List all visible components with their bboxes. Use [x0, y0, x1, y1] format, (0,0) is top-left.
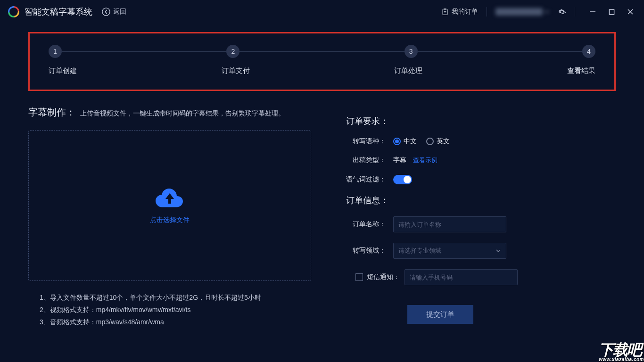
upload-dropzone[interactable]: 点击选择文件: [28, 130, 311, 281]
step-2-label: 订单支付: [222, 66, 250, 75]
watermark: 下载吧 www.xiazaiba.com: [599, 342, 644, 362]
domain-placeholder: 请选择专业领域: [398, 247, 441, 255]
output-type-value: 字幕: [393, 156, 406, 165]
filler-filter-toggle[interactable]: [393, 175, 412, 184]
cloud-upload-icon: [156, 187, 184, 209]
tip-1: 1、导入文件数量不超过10个，单个文件大小不超过2G，且时长不超过5小时: [40, 291, 311, 304]
language-chinese-label: 中文: [404, 137, 417, 146]
radio-icon: [393, 138, 401, 145]
svg-rect-6: [609, 9, 614, 14]
step-connector: [239, 51, 404, 52]
watermark-text: 下载吧: [599, 341, 641, 358]
upload-label[interactable]: 点击选择文件: [150, 216, 190, 224]
step-4-node: 4: [582, 45, 595, 58]
back-label: 返回: [113, 8, 126, 16]
minimize-icon: [589, 8, 596, 15]
progress-stepper: 1 2 3 4 订单创建 订单支付 订单处理 查看结果: [28, 32, 616, 91]
sms-label: 短信通知：: [367, 273, 405, 281]
domain-select[interactable]: 请选择专业领域: [393, 243, 506, 259]
subtitle-panel: 字幕制作： 上传音视频文件，一键生成带时间码的字幕结果，告别繁琐字幕处理。 点击…: [28, 106, 311, 333]
my-orders-button[interactable]: 我的订单: [441, 8, 478, 16]
radio-icon: [426, 138, 434, 145]
output-type-label: 出稿类型：: [346, 156, 393, 165]
view-example-link[interactable]: 查看示例: [413, 156, 438, 165]
divider: [487, 7, 487, 16]
titlebar: 智能文稿字幕系统 返回 我的订单: [0, 0, 644, 24]
gear-icon: [558, 8, 566, 16]
divider: [575, 7, 575, 16]
order-name-input[interactable]: [393, 216, 506, 232]
app-title: 智能文稿字幕系统: [25, 6, 92, 17]
my-orders-label: 我的订单: [452, 8, 478, 16]
order-panel: 订单要求： 转写语种： 中文 英文 出稿类型： 字幕 查看示例 语气词过滤：: [322, 106, 616, 333]
chevron-down-icon: [495, 248, 501, 254]
user-menu[interactable]: [495, 8, 549, 16]
step-connector: [418, 51, 582, 52]
step-1-label: 订单创建: [49, 66, 77, 75]
subtitle-heading: 字幕制作：: [28, 106, 75, 119]
language-label: 转写语种：: [346, 137, 393, 146]
step-connector: [62, 51, 226, 52]
domain-label: 转写领域：: [346, 247, 393, 255]
minimize-button[interactable]: [588, 8, 597, 16]
step-1-node: 1: [49, 45, 62, 58]
upload-tips: 1、导入文件数量不超过10个，单个文件大小不超过2G，且时长不超过5小时 2、视…: [28, 291, 311, 328]
filler-filter-label: 语气词过滤：: [346, 175, 393, 184]
maximize-icon: [609, 9, 615, 15]
clipboard-icon: [441, 8, 449, 16]
close-icon: [627, 8, 634, 15]
order-requirements-title: 订单要求：: [346, 115, 606, 127]
close-button[interactable]: [626, 8, 635, 16]
settings-button[interactable]: [558, 8, 566, 16]
sms-checkbox[interactable]: [355, 273, 363, 281]
language-radio-chinese[interactable]: 中文: [393, 137, 417, 146]
step-3-label: 订单处理: [394, 66, 422, 75]
order-name-label: 订单名称：: [346, 220, 393, 229]
subtitle-description: 上传音视频文件，一键生成带时间码的字幕结果，告别繁琐字幕处理。: [80, 109, 285, 118]
watermark-url: www.xiazaiba.com: [599, 357, 644, 362]
sms-phone-input[interactable]: [405, 269, 518, 285]
tip-3: 3、音频格式支持：mp3/wav/s48/amr/wma: [40, 316, 311, 328]
language-english-label: 英文: [437, 137, 450, 146]
app-logo-icon: [8, 6, 20, 18]
submit-order-button[interactable]: 提交订单: [407, 305, 473, 324]
svg-point-0: [102, 8, 110, 16]
svg-rect-1: [443, 9, 447, 15]
back-button[interactable]: 返回: [102, 8, 126, 16]
order-info-title: 订单信息：: [346, 195, 606, 206]
language-radio-english[interactable]: 英文: [426, 137, 450, 146]
step-4-label: 查看结果: [567, 66, 595, 75]
svg-rect-2: [444, 8, 446, 9]
maximize-button[interactable]: [607, 8, 616, 16]
step-3-node: 3: [405, 45, 418, 58]
back-icon: [102, 8, 110, 16]
step-2-node: 2: [226, 45, 239, 58]
tip-2: 2、视频格式支持：mp4/mkv/flv/mov/wmv/mxf/avi/ts: [40, 304, 311, 316]
